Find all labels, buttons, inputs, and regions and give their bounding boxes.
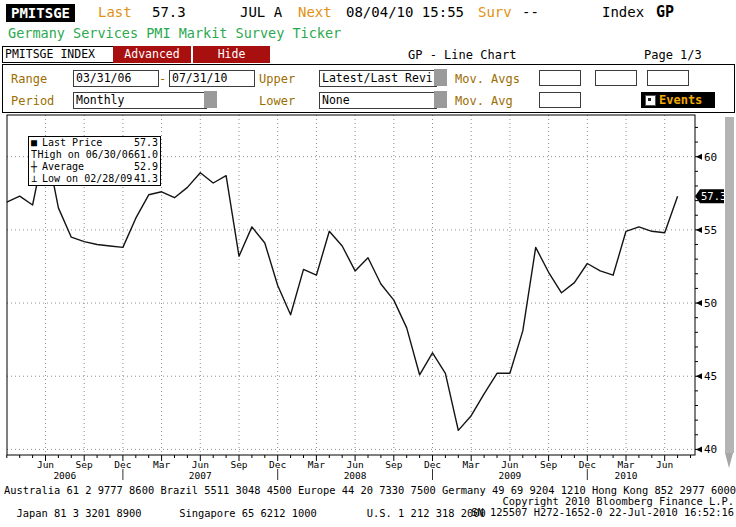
ticker-field[interactable]: PMITSGE [6,4,75,22]
x-tick-label: Jun [656,459,673,470]
next-release-datetime: 08/04/10 15:55 [346,4,464,20]
range-end-input[interactable]: 07/31/10 [169,70,255,87]
period-tag: JUL A [240,4,282,20]
legend-row-high: T High on 06/30/06 61.0 [29,149,160,161]
y-tick-arrow-icon [696,227,702,233]
x-tick-label: Mar [617,459,634,470]
upper-dropdown-button[interactable] [434,69,447,86]
lower-select[interactable]: None [319,92,437,109]
x-tick-label: Dec [114,459,131,470]
year-label: 2006 [53,470,76,481]
square-marker-icon: ■ [31,137,42,149]
last-value: 57.3 [152,4,186,20]
lower-dropdown-button[interactable] [434,91,447,108]
legend-row-last-price: ■ Last Price 57.3 [29,137,160,149]
y-tick-label: 50 [704,297,717,310]
chart-scrollbar[interactable] [725,117,734,453]
security-description: Germany Services PMI Markit Survey Ticke… [8,25,341,41]
high-marker-icon: T [31,149,38,161]
mov-avg-input-1[interactable] [539,70,581,86]
last-label: Last [98,4,132,20]
page-indicator: Page 1/3 [644,48,702,62]
y-tick-arrow-icon [696,154,702,160]
x-tick-label: Jun [347,459,364,470]
period-label: Period [11,94,54,108]
legend-row-average: ┼ Average 52.9 [29,161,160,173]
year-label: 2010 [615,470,638,481]
x-tick-label: Mar [153,459,170,470]
bloomberg-terminal-screen: { "header": { "ticker": "PMITSGE", "last… [0,0,736,527]
chart-settings-panel: Range 03/31/06 - 07/31/10 Upper Latest/L… [2,64,735,113]
survey-label: Surv [478,4,512,20]
index-label: Index [602,4,644,20]
events-label: Events [659,93,702,107]
period-dropdown-button[interactable] [204,91,217,108]
period-select[interactable]: Monthly [73,92,207,109]
header-row: PMITSGE Last 57.3 JUL A Next 08/04/10 15… [0,2,736,22]
y-tick-arrow-icon [696,373,702,379]
scrollbar-arrow-icon [725,453,733,468]
chart-title: GP - Line Chart [408,48,516,62]
x-tick-label: Dec [579,459,596,470]
x-tick-label: Sep [230,459,247,470]
average-marker-icon: ┼ [31,161,42,173]
legend-row-low: ⊥ Low on 02/28/09 41.3 [29,173,160,185]
next-label: Next [298,4,332,20]
x-tick-label: Sep [540,459,557,470]
range-separator: - [159,72,166,86]
mov-avg-input-3[interactable] [647,70,689,86]
x-tick-label: Sep [385,459,402,470]
mov-avg-input-4[interactable] [539,92,581,108]
y-tick-label: 55 [704,224,717,237]
last-price-badge-value: 57.3 [701,190,726,202]
survey-value: -- [522,4,539,20]
function-code: GP [656,3,674,21]
x-tick-label: Jun [501,459,518,470]
x-tick-label: Mar [463,459,480,470]
x-tick-label: Jun [192,459,209,470]
y-tick-label: 60 [704,151,717,164]
year-label: 2008 [344,470,367,481]
y-tick-label: 45 [704,370,717,383]
events-toggle[interactable]: Events [641,92,715,108]
year-label: 2007 [189,470,212,481]
range-label: Range [11,72,47,86]
y-tick-label: 40 [704,443,717,456]
security-field[interactable]: PMITSGE INDEX [2,46,116,63]
y-tick-arrow-icon [696,300,702,306]
upper-label: Upper [259,72,295,86]
mov-avgs-label: Mov. Avgs [455,72,520,86]
hide-button[interactable]: Hide [193,46,270,63]
events-checkbox[interactable] [645,95,656,106]
mov-avg-label: Mov. Avg [455,94,513,108]
x-tick-label: Dec [269,459,286,470]
year-label: 2009 [498,470,521,481]
x-tick-label: Jun [37,459,54,470]
footer-serial: SN 125507 H272-1652-0 22-Jul-2010 16:52:… [4,506,734,518]
x-tick-label: Mar [308,459,325,470]
mov-avg-input-2[interactable] [595,70,637,86]
y-tick-arrow-icon [696,446,702,452]
low-marker-icon: ⊥ [31,173,42,185]
upper-select[interactable]: Latest/Last Revi [319,70,437,87]
range-start-input[interactable]: 03/31/06 [73,70,159,87]
chart-legend: ■ Last Price 57.3 T High on 06/30/06 61.… [28,136,161,186]
x-tick-label: Sep [76,459,93,470]
x-tick-label: Dec [424,459,441,470]
lower-label: Lower [259,94,295,108]
advanced-button[interactable]: Advanced [113,46,191,63]
